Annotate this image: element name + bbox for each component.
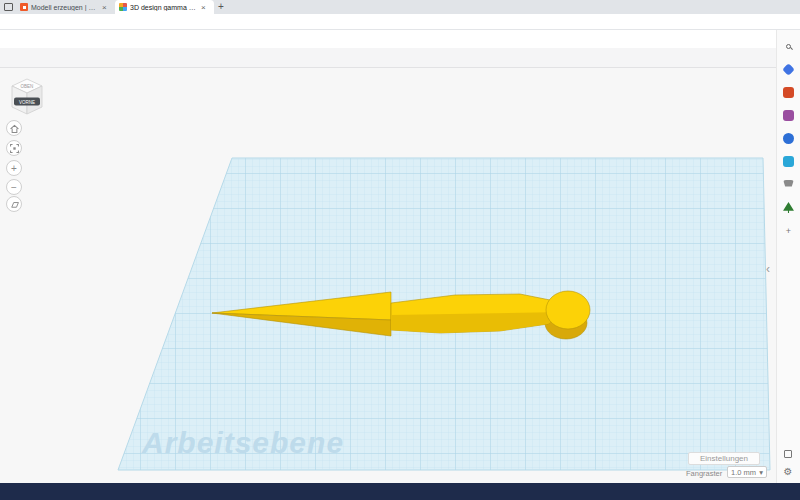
sidebar-settings-gear-icon[interactable]: ⚙ [776, 466, 800, 477]
sidebar-tools-icon[interactable] [782, 86, 795, 99]
zoom-in-button[interactable]: + [6, 160, 22, 176]
tab-tinkercad[interactable]: 3D design gamma Messer | Tin × [115, 0, 214, 14]
snap-grid-select[interactable]: 1.0 mm ▾ [727, 466, 767, 478]
close-tab-icon[interactable]: × [201, 3, 206, 12]
settings-button[interactable]: Einstellungen [688, 452, 760, 465]
close-tab-icon[interactable]: × [102, 3, 107, 12]
games-glyph [783, 110, 794, 121]
sidebar-cart-icon[interactable] [782, 178, 795, 191]
sidebar-window-icon[interactable] [776, 450, 800, 458]
sidebar-shopping-icon[interactable] [782, 63, 795, 76]
tinkercad-header: gamma Messer ▦ [0, 30, 800, 48]
snap-grid-label: Fangraster [686, 469, 722, 478]
sidebar-games-icon[interactable] [782, 109, 795, 122]
collapse-panel-icon[interactable]: ‹ [766, 262, 770, 276]
viewcube[interactable]: OBEN VORNE [8, 76, 46, 120]
snap-grid-value: 1.0 mm [731, 468, 756, 477]
tab-strip: Modell erzeugen | Printables.c × 3D desi… [0, 0, 800, 14]
tinkercad-favicon [119, 3, 127, 11]
home-view-button[interactable] [6, 120, 22, 136]
viewport-3d[interactable]: Arbeitsebene [0, 68, 776, 483]
windows-taskbar: Suchen ✓ ∧ ☁ 13:11 22.03.2023 [0, 483, 800, 500]
magnifier-glyph [786, 44, 791, 49]
edge-sidebar: + [776, 30, 800, 483]
screen: Modell erzeugen | Printables.c × 3D desi… [0, 0, 800, 500]
shopping-glyph [782, 63, 795, 76]
tab-actions-icon[interactable] [4, 3, 13, 11]
pommel-top [546, 291, 590, 329]
printables-favicon [20, 3, 28, 11]
perspective-toggle-button[interactable] [6, 196, 22, 212]
sidebar-m365-icon[interactable] [782, 132, 795, 145]
chevron-down-icon: ▾ [759, 468, 763, 477]
cart-glyph [783, 180, 794, 190]
workplane-label: Arbeitsebene [141, 426, 344, 459]
workplane-scene: Arbeitsebene [0, 68, 776, 483]
tab-label: 3D design gamma Messer | Tin [130, 4, 198, 11]
tab-label: Modell erzeugen | Printables.c [31, 4, 99, 11]
window-glyph [784, 450, 792, 458]
sidebar-search-icon[interactable] [782, 40, 795, 53]
viewcube-front-label[interactable]: VORNE [19, 100, 35, 105]
zoom-out-button[interactable]: − [6, 179, 22, 195]
new-tab-button[interactable]: + [218, 1, 224, 12]
viewcube-top-label[interactable]: OBEN [21, 84, 34, 89]
tree-glyph [783, 202, 794, 213]
address-bar: ← ↻ ⌂ https://www.tinkercad.com/things/a… [0, 14, 800, 30]
edit-toolbar: ↶ ↷ Importieren Exportieren Senden an [0, 48, 776, 68]
sidebar-tree-icon[interactable] [782, 201, 795, 214]
tools-glyph [783, 87, 794, 98]
sidebar-add-icon[interactable]: + [782, 224, 795, 237]
m365-glyph [783, 133, 794, 144]
designer-glyph [783, 156, 794, 167]
tab-printables[interactable]: Modell erzeugen | Printables.c × [16, 0, 114, 14]
fit-view-button[interactable] [6, 140, 22, 156]
sidebar-designer-icon[interactable] [782, 155, 795, 168]
